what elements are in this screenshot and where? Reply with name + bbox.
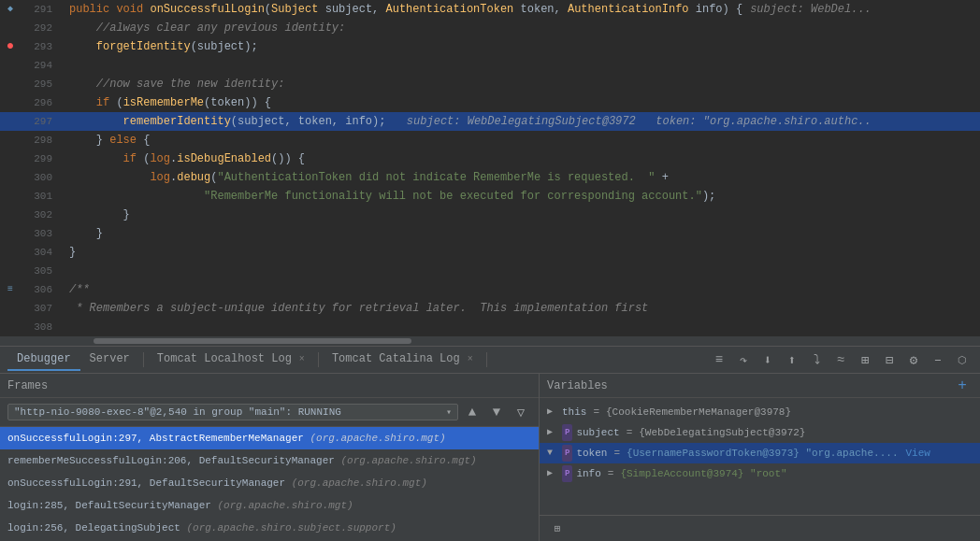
- tab-tomcat-localhost-label: Tomcat Localhost Log: [157, 352, 292, 365]
- variables-title: Variables: [547, 379, 608, 392]
- frame-source-4: (org.apache.shiro.subject.support): [186, 522, 396, 534]
- frames-panel: Frames "http-nio-9080-exec-8"@2,540 in g…: [0, 374, 540, 541]
- frame-up-btn[interactable]: ▲: [462, 402, 483, 422]
- variables-body: ▶ this = {CookieRememberMeManager@3978} …: [540, 398, 980, 515]
- tab-tomcat-catalina-label: Tomcat Catalina Log: [332, 352, 460, 365]
- code-lines: ◆ 291 public void onSuccessfulLogin(Subj…: [0, 0, 980, 336]
- var-badge-info: P: [562, 465, 572, 482]
- var-expand-token: ▼: [547, 445, 558, 462]
- var-eq-token: =: [613, 445, 620, 462]
- frame-item-0[interactable]: onSuccessfulLogin:297, AbstractRememberM…: [0, 427, 539, 449]
- frame-source-1: (org.apache.shiro.mgt): [340, 455, 476, 466]
- variables-header: Variables +: [540, 374, 980, 398]
- settings-btn[interactable]: ⚙: [903, 349, 924, 370]
- thread-selector-arrow: ▾: [446, 406, 452, 418]
- code-line-308: 308: [0, 318, 980, 336]
- var-item-subject[interactable]: ▶ P subject = {WebDelegatingSubject@3972…: [540, 422, 980, 443]
- tab-tomcat-catalina-close[interactable]: ×: [468, 354, 473, 364]
- step-over-btn[interactable]: ↷: [733, 349, 754, 370]
- variables-header-actions: +: [952, 376, 973, 396]
- code-line-301: 301 "RememberMe functionality will not b…: [0, 187, 980, 206]
- tab-tomcat-localhost[interactable]: Tomcat Localhost Log ×: [148, 349, 314, 371]
- var-key-this: this: [562, 404, 586, 420]
- code-line-303: 303 }: [0, 224, 980, 243]
- var-item-token[interactable]: ▼ P token = {UsernamePasswordToken@3973}…: [540, 443, 980, 463]
- frame-source-0: (org.apache.shiro.mgt): [310, 433, 445, 444]
- var-item-info[interactable]: ▶ P info = {SimpleAccount@3974} "root": [540, 463, 980, 484]
- code-line-305: 305: [0, 262, 980, 280]
- code-line-296: 296 if (isRememberMe(token)) {: [0, 93, 980, 112]
- tab-divider-3: [486, 352, 487, 367]
- frame-item-4[interactable]: login:256, DelegatingSubject (org.apache…: [0, 517, 539, 539]
- variables-panel: Variables + ▶ this = {CookieRememberMeMa…: [540, 374, 980, 541]
- code-line-293: ● 293 forgetIdentity(subject);: [0, 37, 980, 56]
- var-eq-this: =: [593, 404, 599, 420]
- tab-server[interactable]: Server: [80, 349, 139, 371]
- thread-selector[interactable]: "http-nio-9080-exec-8"@2,540 in group "m…: [7, 404, 458, 420]
- run-to-cursor-btn[interactable]: ⤵: [806, 349, 827, 370]
- code-line-292: 292 //always clear any previous identity…: [0, 19, 980, 37]
- code-line-295: 295 //now save the new identity:: [0, 75, 980, 93]
- step-out-btn[interactable]: ⬆: [782, 349, 802, 370]
- add-variable-btn[interactable]: +: [952, 376, 973, 396]
- javadoc-icon-306: ≡: [4, 280, 17, 299]
- code-line-306: ≡ 306 /**: [0, 280, 980, 299]
- restore-btn[interactable]: ⬡: [952, 349, 973, 370]
- code-line-300: 300 log.debug("AuthenticationToken did n…: [0, 168, 980, 187]
- horizontal-scrollbar[interactable]: [0, 336, 980, 346]
- tab-tomcat-catalina[interactable]: Tomcat Catalina Log ×: [323, 349, 483, 371]
- tab-tomcat-localhost-close[interactable]: ×: [299, 354, 305, 364]
- frame-method-0: onSuccessfulLogin:297, AbstractRememberM…: [7, 433, 310, 444]
- frame-method-4: login:256, DelegatingSubject: [7, 522, 186, 534]
- vars-list: ▶ this = {CookieRememberMeManager@3978} …: [540, 398, 980, 515]
- var-expand-info: ▶: [547, 465, 558, 482]
- var-val-subject: {WebDelegatingSubject@3972}: [639, 424, 805, 441]
- tab-server-label: Server: [90, 352, 130, 365]
- frame-method-2: onSuccessfulLogin:291, DefaultSecurityMa…: [7, 477, 292, 489]
- frame-source-3: (org.apache.shiro.mgt): [217, 500, 353, 511]
- thread-label: "http-nio-9080-exec-8"@2,540 in group "m…: [14, 406, 341, 418]
- columns-btn[interactable]: ⊟: [879, 349, 900, 370]
- var-expand-subject: ▶: [547, 424, 558, 441]
- var-expand-this: ▶: [547, 404, 558, 420]
- minimize-btn[interactable]: –: [928, 349, 948, 370]
- code-line-307: 307 * Remembers a subject-unique identit…: [0, 299, 980, 318]
- frames-title: Frames: [7, 379, 48, 392]
- var-eq-info: =: [608, 465, 614, 482]
- tab-debugger[interactable]: Debugger: [7, 349, 80, 371]
- hamburger-btn[interactable]: ≡: [709, 349, 729, 370]
- frames-controls: "http-nio-9080-exec-8"@2,540 in group "m…: [0, 398, 539, 427]
- var-key-subject: subject: [576, 424, 619, 441]
- var-val-info: {SimpleAccount@3974} "root": [620, 465, 786, 482]
- var-item-this[interactable]: ▶ this = {CookieRememberMeManager@3978}: [540, 402, 980, 422]
- frame-down-btn[interactable]: ▼: [486, 402, 507, 422]
- debugger-toolbar: Debugger Server Tomcat Localhost Log × T…: [0, 346, 980, 374]
- var-badge-token: P: [562, 445, 572, 462]
- frame-filter-btn[interactable]: ▽: [511, 402, 531, 422]
- tab-debugger-label: Debugger: [17, 352, 71, 365]
- frame-item-3[interactable]: login:285, DefaultSecurityManager (org.a…: [0, 494, 539, 517]
- code-line-291: ◆ 291 public void onSuccessfulLogin(Subj…: [0, 0, 980, 19]
- vars-action-btn[interactable]: ⊞: [547, 519, 568, 539]
- table-view-btn[interactable]: ⊞: [855, 349, 875, 370]
- code-line-297: 297 rememberIdentity(subject, token, inf…: [0, 112, 980, 131]
- toolbar-tabs: Debugger Server Tomcat Localhost Log × T…: [7, 349, 705, 371]
- frame-method-3: login:285, DefaultSecurityManager: [7, 500, 217, 511]
- evaluate-btn[interactable]: ≈: [830, 349, 851, 370]
- frame-source-2: (org.apache.shiro.mgt): [292, 477, 427, 489]
- var-key-token: token: [576, 445, 607, 462]
- frames-header: Frames: [0, 374, 539, 398]
- frame-item-2[interactable]: onSuccessfulLogin:291, DefaultSecurityMa…: [0, 472, 539, 494]
- frame-item-1[interactable]: rememberMeSuccessfulLogin:206, DefaultSe…: [0, 449, 539, 472]
- view-link-token[interactable]: View: [905, 445, 930, 462]
- code-line-302: 302 }: [0, 206, 980, 224]
- tab-divider-2: [318, 352, 319, 367]
- scrollbar-thumb[interactable]: [94, 338, 411, 344]
- code-editor: ◆ 291 public void onSuccessfulLogin(Subj…: [0, 0, 980, 346]
- code-line-304: 304 }: [0, 243, 980, 262]
- var-key-info: info: [576, 465, 600, 482]
- debugger-panel: Frames "http-nio-9080-exec-8"@2,540 in g…: [0, 374, 980, 541]
- code-line-298: 298 } else {: [0, 131, 980, 149]
- frame-method-1: rememberMeSuccessfulLogin:206, DefaultSe…: [7, 455, 340, 466]
- step-into-btn[interactable]: ⬇: [757, 349, 778, 370]
